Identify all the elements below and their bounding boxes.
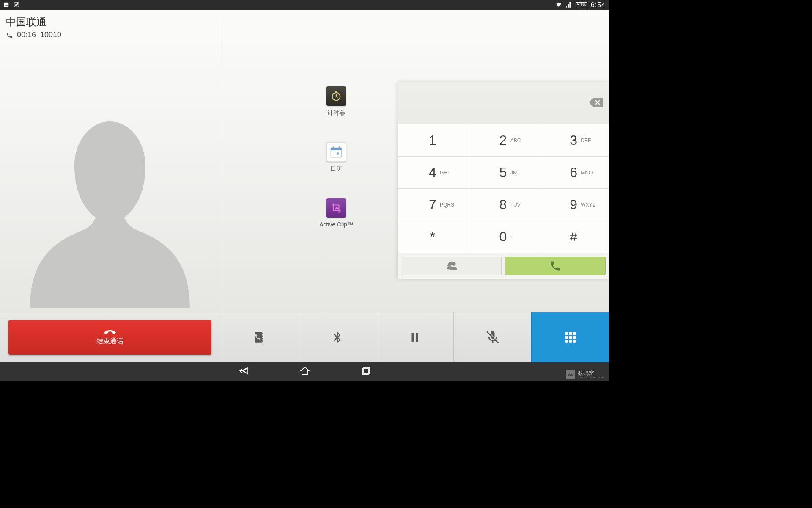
svg-rect-3	[331, 148, 342, 150]
svg-rect-15	[416, 333, 418, 342]
battery-indicator: 59%	[576, 2, 587, 8]
key-2[interactable]: 2ABC	[468, 124, 539, 157]
key-8[interactable]: 8TUV	[468, 189, 539, 221]
svg-rect-4	[337, 152, 338, 154]
signal-icon	[565, 1, 572, 9]
nav-back-button[interactable]	[238, 365, 249, 378]
bluetooth-button[interactable]	[298, 312, 376, 362]
svg-rect-8	[452, 263, 455, 264]
svg-rect-12	[262, 338, 263, 339]
app-calendar-label: 日历	[330, 165, 342, 173]
calendar-icon	[329, 145, 343, 159]
app-timer-label: 计时器	[327, 109, 345, 117]
key-star[interactable]: *	[398, 221, 468, 253]
call-number: 10010	[40, 30, 61, 39]
crop-icon	[331, 202, 342, 213]
call-duration: 00:16	[17, 30, 36, 39]
end-call-label: 结束通话	[96, 337, 123, 346]
end-call-button[interactable]: 结束通话	[8, 320, 211, 355]
carrier-name: 中国联通	[6, 15, 214, 29]
status-bar: 59% 6:54	[0, 0, 609, 10]
phone-icon	[549, 260, 561, 272]
watermark-logo: wo	[566, 370, 575, 379]
contact-avatar	[0, 44, 220, 312]
dialpad-toggle-button[interactable]	[531, 312, 609, 362]
dial-call-button[interactable]	[505, 257, 606, 275]
svg-rect-1	[335, 91, 337, 92]
dial-display	[398, 82, 609, 124]
svg-rect-14	[411, 333, 414, 342]
checkbox-notification-icon	[14, 2, 19, 9]
add-contact-button[interactable]	[401, 257, 502, 275]
pause-icon	[409, 331, 421, 344]
navigation-bar: wo 数码窝 www.digi-wo.com	[0, 362, 609, 381]
app-calendar[interactable]: 日历	[326, 142, 346, 173]
key-7[interactable]: 7PQRS	[398, 189, 468, 221]
svg-rect-27	[362, 369, 368, 375]
svg-rect-24	[565, 340, 568, 342]
bluetooth-icon	[330, 330, 344, 345]
nav-home-button[interactable]	[300, 366, 310, 378]
svg-rect-23	[573, 336, 576, 339]
svg-rect-9	[255, 332, 262, 343]
call-control-bar: 结束通话	[0, 312, 609, 362]
nav-recent-button[interactable]	[361, 366, 371, 378]
add-person-icon	[445, 260, 457, 272]
key-9[interactable]: 9WXYZ	[538, 189, 609, 221]
svg-rect-11	[262, 335, 263, 337]
svg-point-5	[333, 146, 334, 148]
phone-icon	[6, 32, 13, 39]
status-clock: 6:54	[591, 1, 606, 9]
key-4[interactable]: 4GHI	[398, 157, 468, 189]
keypad-grid: 1 2ABC 3DEF 4GHI 5JKL 6MNO 7PQRS 8TUV 9W…	[398, 124, 609, 253]
image-notification-icon	[3, 2, 9, 9]
key-5[interactable]: 5JKL	[468, 157, 539, 189]
backspace-button[interactable]	[589, 97, 603, 110]
watermark-title: 数码窝	[578, 370, 604, 376]
contacts-button[interactable]	[220, 312, 298, 362]
key-6[interactable]: 6MNO	[538, 157, 609, 189]
svg-rect-22	[569, 336, 572, 339]
svg-rect-10	[262, 333, 263, 334]
mic-off-icon	[485, 330, 500, 345]
svg-rect-13	[262, 340, 263, 342]
svg-rect-21	[565, 336, 568, 339]
dialpad-panel: 1 2ABC 3DEF 4GHI 5JKL 6MNO 7PQRS 8TUV 9W…	[398, 82, 609, 279]
svg-point-6	[339, 146, 340, 148]
svg-rect-28	[364, 367, 370, 373]
hangup-icon	[104, 329, 116, 336]
watermark-url: www.digi-wo.com	[578, 376, 604, 379]
app-activeclip[interactable]: Active Clip™	[319, 198, 353, 228]
phonebook-icon	[252, 330, 266, 345]
key-hash[interactable]: #	[538, 221, 609, 253]
svg-rect-18	[565, 332, 568, 335]
call-info-panel: 中国联通 00:16 10010	[0, 10, 220, 312]
hold-button[interactable]	[376, 312, 453, 362]
timer-icon	[330, 90, 342, 102]
mute-button[interactable]	[453, 312, 531, 362]
key-1[interactable]: 1	[398, 124, 468, 157]
dialpad-icon	[563, 330, 578, 345]
app-timer[interactable]: 计时器	[326, 86, 346, 117]
watermark: wo 数码窝 www.digi-wo.com	[566, 370, 604, 379]
svg-rect-26	[573, 340, 576, 342]
svg-rect-19	[569, 332, 572, 335]
svg-rect-25	[569, 340, 572, 342]
key-3[interactable]: 3DEF	[538, 124, 609, 157]
key-0[interactable]: 0+	[468, 221, 539, 253]
svg-rect-20	[573, 332, 576, 335]
wifi-icon	[555, 1, 562, 9]
app-activeclip-label: Active Clip™	[319, 221, 353, 228]
